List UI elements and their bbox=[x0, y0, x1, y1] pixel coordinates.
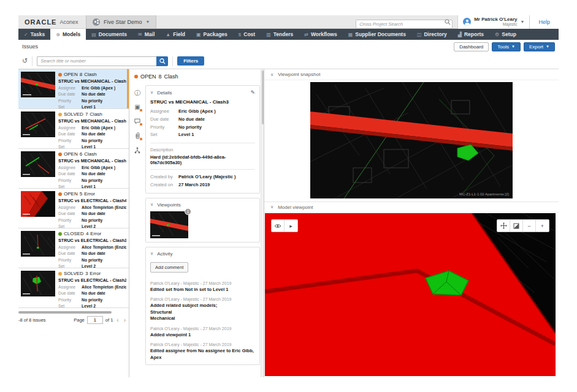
package-icon: ▣ bbox=[196, 32, 201, 37]
vertical-scrollbar[interactable] bbox=[261, 69, 264, 377]
count-badge bbox=[139, 108, 143, 112]
viewpoint-snapshot-image: MC-Z1-L1-1.02 Apartments [2] bbox=[310, 82, 513, 198]
created-on-value: 27 March 2019 bbox=[178, 181, 210, 189]
nav-tab-workflows[interactable]: ⇄Workflows bbox=[299, 29, 343, 40]
filters-button[interactable]: Filters bbox=[177, 56, 204, 66]
next-page-icon[interactable]: › bbox=[123, 317, 127, 323]
cross-project-search bbox=[356, 17, 453, 26]
help-link[interactable]: Help bbox=[538, 19, 550, 25]
nav-tab-packages[interactable]: ▣Packages bbox=[191, 29, 233, 40]
nav-tab-mail[interactable]: ✉Mail bbox=[132, 29, 160, 40]
activity-entry: Patrick O'Leary - Majestic - 27 March 20… bbox=[150, 297, 255, 322]
collapse-chevron-icon[interactable]: ∨ bbox=[150, 202, 153, 207]
document-icon: ▤ bbox=[91, 32, 96, 37]
refresh-icon[interactable]: ↺ bbox=[22, 57, 28, 65]
detail-status: OPEN bbox=[140, 74, 156, 80]
issue-search-input[interactable] bbox=[37, 56, 156, 66]
horizontal-scrollbar[interactable] bbox=[18, 311, 112, 314]
collapse-chevron-icon[interactable]: ∨ bbox=[150, 90, 153, 95]
detail-icon-rail: ⓘ ▣ bbox=[129, 85, 145, 377]
collapse-chevron-icon[interactable]: ∨ bbox=[270, 205, 273, 209]
eye-icon[interactable] bbox=[272, 220, 285, 232]
issue-list-item-5[interactable]: OPEN5Error STRUC vs ELECTRICAL - Clash4 … bbox=[18, 189, 129, 228]
activity-entry: Patrick O'Leary - Majestic - 27 March 20… bbox=[150, 281, 255, 293]
viewpoints-section-title: Viewpoints bbox=[157, 202, 181, 208]
workflow-icon: ⇄ bbox=[304, 32, 308, 37]
user-org: Majestic bbox=[474, 23, 517, 27]
edit-pencil-icon[interactable]: ✎ bbox=[250, 89, 255, 96]
user-avatar bbox=[463, 18, 471, 26]
issue-title: STRUC vs MECHANICAL - Clash3 bbox=[58, 79, 126, 83]
nav-tab-documents[interactable]: ▤Documents bbox=[86, 29, 132, 40]
zoom-out-icon[interactable]: − bbox=[523, 220, 536, 232]
status-dot bbox=[58, 192, 62, 196]
nav-tab-setup[interactable]: ⚙Setup bbox=[489, 29, 522, 40]
nav-tab-tasks[interactable]: ✓Tasks bbox=[18, 29, 50, 40]
activity-text: Edited set from Not in set to Level 1 bbox=[150, 287, 255, 293]
nav-tab-reports[interactable]: ▟Reports bbox=[453, 29, 489, 40]
page-of-label: of 1 bbox=[105, 317, 113, 323]
expand-arrow-icon[interactable]: ▸ bbox=[285, 220, 297, 232]
export-button[interactable]: Export▼ bbox=[524, 42, 555, 51]
viewpoint-snapshot-header: ∨ Viewpoint snapshot bbox=[264, 69, 559, 80]
nav-tab-models[interactable]: ⊕Models bbox=[50, 29, 86, 40]
issue-list-item-8[interactable]: OPEN8Clash STRUC vs MECHANICAL - Clash3 … bbox=[18, 69, 129, 109]
collapse-chevron-icon[interactable]: ∨ bbox=[150, 251, 153, 256]
issue-list-item-3[interactable]: SOLVED3Error STRUC vs ELECTRICAL - Clash… bbox=[18, 268, 129, 308]
section-cube-icon[interactable] bbox=[510, 220, 523, 232]
prev-page-icon[interactable]: ‹ bbox=[115, 317, 120, 323]
viewpoints-icon[interactable]: ▣ bbox=[134, 104, 140, 110]
issues-toolbar: ↺ Filters bbox=[18, 53, 559, 69]
supplier-docs-icon: ▦ bbox=[348, 32, 353, 37]
detail-assignee: Eric Gibb (Apex ) bbox=[178, 108, 216, 116]
viewpoint-thumbnail[interactable]: 1 bbox=[150, 211, 188, 238]
model-viewpoint-canvas[interactable]: ▸ − + bbox=[265, 213, 556, 376]
issue-thumbnail bbox=[21, 111, 55, 137]
issue-list-panel: OPEN8Clash STRUC vs MECHANICAL - Clash3 … bbox=[18, 69, 129, 377]
nav-tab-tenders[interactable]: ▥Tenders bbox=[261, 29, 299, 40]
add-comment-button[interactable]: Add comment bbox=[150, 262, 188, 273]
content-area: OPEN8Clash STRUC vs MECHANICAL - Clash3 … bbox=[18, 69, 559, 377]
nav-tab-cost[interactable]: $Cost bbox=[233, 29, 261, 40]
viewer-right-controls: − + bbox=[497, 219, 549, 232]
project-selector[interactable]: Five Star Demo ▼ bbox=[86, 15, 156, 28]
nav-tab-field[interactable]: ▲Field bbox=[160, 29, 191, 40]
cost-icon: $ bbox=[239, 32, 241, 37]
model-viewpoint-header: ∨ Model viewpoint bbox=[264, 202, 559, 213]
issue-list-item-7[interactable]: SOLVED7Clash STRUC vs MECHANICAL - Clash… bbox=[18, 109, 129, 149]
activity-card: ∨ Activity Add comment Patrick O'Leary -… bbox=[145, 247, 260, 366]
status-dot bbox=[58, 272, 62, 276]
page-input[interactable] bbox=[87, 316, 103, 324]
directory-icon: ◫ bbox=[417, 32, 422, 37]
nav-tab-directory[interactable]: ◫Directory bbox=[411, 29, 453, 40]
status-dot bbox=[58, 232, 62, 236]
count-badge bbox=[139, 137, 143, 141]
viewer-left-controls: ▸ bbox=[271, 219, 298, 232]
attachment-icon[interactable] bbox=[135, 132, 140, 139]
collapse-chevron-icon[interactable]: ∨ bbox=[270, 72, 273, 77]
cross-project-search-input[interactable] bbox=[356, 20, 453, 29]
tools-button[interactable]: Tools▼ bbox=[492, 42, 521, 51]
help-box: Help bbox=[529, 15, 559, 29]
search-button[interactable] bbox=[156, 56, 168, 66]
created-by-value: Patrick O'Leary (Majestic ) bbox=[178, 173, 236, 181]
zoom-in-icon[interactable]: + bbox=[536, 220, 549, 232]
issue-list-item-4[interactable]: CLOSED4Error STRUC vs ELECTRICAL - Clash… bbox=[18, 228, 129, 268]
user-menu[interactable]: Mr Patrick O'Leary Majestic ▼ bbox=[457, 15, 529, 29]
issue-list-item-6[interactable]: OPEN6Clash STRUC vs MECHANICAL - Clash1 … bbox=[18, 149, 129, 189]
pan-icon[interactable] bbox=[497, 220, 510, 232]
info-icon[interactable]: ⓘ bbox=[134, 90, 140, 96]
chevron-down-icon: ▼ bbox=[521, 20, 525, 24]
viewpoint-count-badge: 1 bbox=[185, 208, 191, 215]
snapshot-watermark: MC-Z1-L1-1.02 Apartments [2] bbox=[459, 192, 509, 196]
nav-tab-supplier-documents[interactable]: ▦Supplier Documents bbox=[343, 29, 411, 40]
brand-logo: ORACLE Aconex bbox=[18, 15, 86, 28]
top-bar: ORACLE Aconex Five Star Demo ▼ Mr Patric… bbox=[18, 15, 559, 29]
status-dot bbox=[134, 75, 138, 78]
detail-issue-title: STRUC vs MECHANICAL - Clash3 bbox=[150, 99, 255, 105]
related-models-icon[interactable] bbox=[134, 147, 140, 154]
dashboard-button[interactable]: Dashboard bbox=[454, 42, 489, 51]
search-icon[interactable] bbox=[445, 19, 451, 25]
comments-icon[interactable] bbox=[134, 118, 140, 124]
viewpoints-card: ∨ Viewpoints 1 bbox=[145, 198, 260, 243]
